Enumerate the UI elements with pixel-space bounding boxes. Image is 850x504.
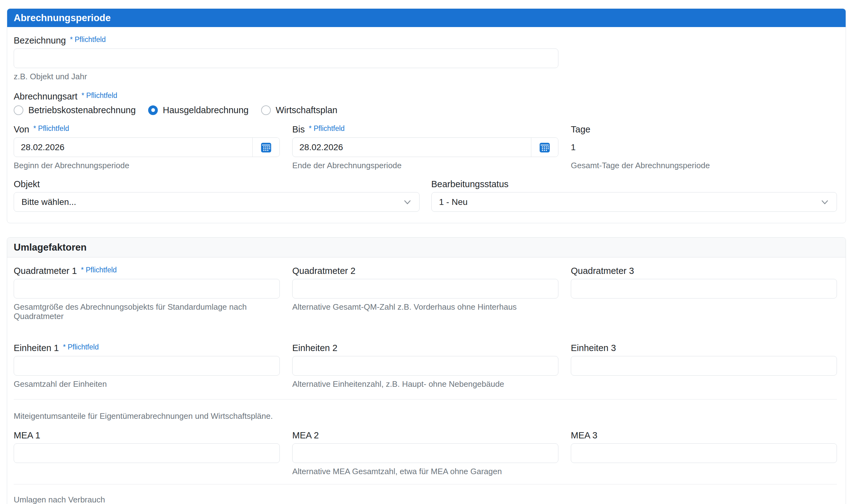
abrechnungsart-label: Abrechnungsart	[14, 91, 77, 102]
bearbeitungsstatus-label: Bearbeitungsstatus	[431, 179, 508, 190]
bezeichnung-input[interactable]	[14, 49, 558, 68]
einheiten-2-helper: Alternative Einheitenzahl, z.B. Haupt- o…	[292, 379, 558, 389]
radio-unchecked-icon[interactable]	[261, 105, 271, 115]
bearbeitungsstatus-select[interactable]: 1 - Neu	[431, 192, 837, 212]
einheiten-2-label: Einheiten 2	[292, 343, 337, 353]
abrechnungsart-required-flag: * Pflichtfeld	[82, 91, 117, 100]
mea-1-label: MEA 1	[14, 430, 40, 440]
radio-checked-icon[interactable]	[148, 105, 158, 115]
abrechnungsart-radio-group: Betriebskostenabrechnung Hausgeldabrechn…	[14, 105, 837, 115]
calendar-icon	[539, 142, 550, 153]
bis-date-input[interactable]: 28.02.2026	[293, 138, 531, 157]
radio-label: Betriebskostenabrechnung	[28, 105, 136, 115]
quadratmeter-3-label: Quadratmeter 3	[571, 266, 634, 276]
radio-label: Hausgeldabrechnung	[163, 105, 249, 115]
bis-helper: Ende der Abrechnungsperiode	[292, 161, 558, 170]
verbrauch-intro-text: Umlagen nach Verbrauch	[14, 495, 837, 504]
bezeichnung-required-flag: * Pflichtfeld	[70, 35, 106, 43]
quadratmeter-1-helper: Gesamtgröße des Abrechnungsobjekts für S…	[14, 302, 280, 321]
chevron-down-icon	[403, 198, 412, 206]
bearbeitungsstatus-select-value: 1 - Neu	[439, 197, 468, 207]
bis-required-flag: * Pflichtfeld	[309, 124, 345, 132]
einheiten-1-required-flag: * Pflichtfeld	[63, 343, 99, 351]
von-helper: Beginn der Abrechnungsperiode	[14, 161, 280, 170]
umlagefaktoren-title: Umlagefaktoren	[14, 242, 87, 253]
quadratmeter-1-label: Quadratmeter 1	[14, 266, 77, 276]
von-date-input[interactable]: 28.02.2026	[14, 138, 253, 157]
abrechnungsart-radio-wirtschaftsplan[interactable]: Wirtschaftsplan	[261, 105, 337, 115]
von-date-input-group: 28.02.2026	[14, 138, 280, 157]
mea-3-input[interactable]	[571, 443, 837, 463]
von-required-flag: * Pflichtfeld	[33, 124, 69, 132]
objekt-select[interactable]: Bitte wählen...	[14, 192, 419, 212]
mea-3-label: MEA 3	[571, 430, 597, 440]
section-divider	[14, 484, 837, 484]
abrechnungsart-radio-betriebskostenabrechnung[interactable]: Betriebskostenabrechnung	[14, 105, 136, 115]
abrechnungsperiode-title: Abrechnungsperiode	[14, 13, 111, 24]
radio-unchecked-icon[interactable]	[14, 105, 23, 115]
quadratmeter-3-input[interactable]	[571, 279, 837, 299]
mea-2-input[interactable]	[292, 443, 558, 463]
mea-intro-text: Miteigentumsanteile für Eigentümerabrech…	[14, 411, 837, 421]
bis-date-input-group: 28.02.2026	[292, 138, 558, 157]
bezeichnung-label: Bezeichnung	[14, 35, 66, 46]
einheiten-2-input[interactable]	[292, 356, 558, 376]
bis-calendar-button[interactable]	[531, 138, 558, 157]
tage-value: 1	[571, 138, 837, 157]
umlagefaktoren-card: Umlagefaktoren Quadratmeter 1 * Pflichtf…	[7, 237, 846, 504]
von-label: Von	[14, 124, 29, 134]
einheiten-1-input[interactable]	[14, 356, 280, 376]
quadratmeter-1-input[interactable]	[14, 279, 280, 299]
abrechnungsperiode-card: Abrechnungsperiode Bezeichnung * Pflicht…	[7, 8, 846, 223]
abrechnungsperiode-card-body: Bezeichnung * Pflichtfeld z.B. Objekt un…	[7, 27, 846, 223]
tage-label: Tage	[571, 124, 590, 134]
quadratmeter-2-label: Quadratmeter 2	[292, 266, 355, 276]
chevron-down-icon	[820, 198, 829, 206]
einheiten-3-label: Einheiten 3	[571, 343, 616, 353]
bezeichnung-helper: z.B. Objekt und Jahr	[14, 72, 558, 81]
abrechnungsart-radio-hausgeldabrechnung[interactable]: Hausgeldabrechnung	[148, 105, 249, 115]
einheiten-1-helper: Gesamtzahl der Einheiten	[14, 379, 280, 389]
abrechnungsperiode-card-header: Abrechnungsperiode	[7, 9, 846, 27]
mea-2-label: MEA 2	[292, 430, 319, 440]
bis-label: Bis	[292, 124, 305, 134]
objekt-label: Objekt	[14, 179, 40, 190]
tage-helper: Gesamt-Tage der Abrechnungsperiode	[571, 161, 837, 170]
section-divider	[14, 399, 837, 399]
quadratmeter-1-required-flag: * Pflichtfeld	[81, 266, 117, 274]
quadratmeter-2-helper: Alternative Gesamt-QM-Zahl z.B. Vorderha…	[292, 302, 558, 311]
von-calendar-button[interactable]	[253, 138, 279, 157]
mea-1-input[interactable]	[14, 443, 280, 463]
quadratmeter-2-input[interactable]	[292, 279, 558, 299]
objekt-select-value: Bitte wählen...	[21, 197, 76, 207]
radio-label: Wirtschaftsplan	[276, 105, 337, 115]
umlagefaktoren-card-body: Quadratmeter 1 * Pflichtfeld Gesamtgröße…	[7, 257, 846, 504]
einheiten-3-input[interactable]	[571, 356, 837, 376]
calendar-icon	[261, 142, 272, 153]
einheiten-1-label: Einheiten 1	[14, 343, 59, 353]
mea-2-helper: Alternative MEA Gesamtzahl, etwa für MEA…	[292, 467, 558, 476]
umlagefaktoren-card-header: Umlagefaktoren	[7, 237, 846, 257]
